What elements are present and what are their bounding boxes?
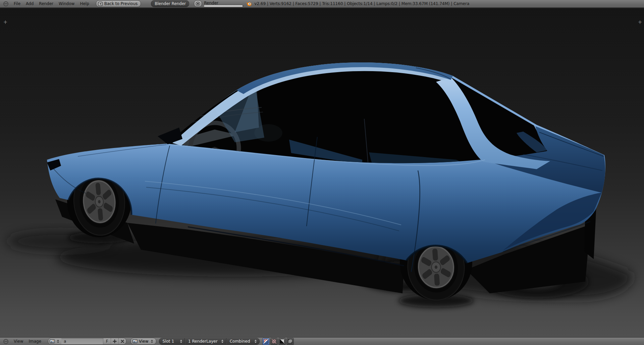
render-job-label: Render <box>204 1 244 5</box>
menu-render[interactable]: Render <box>36 0 56 7</box>
browse-image-button[interactable] <box>48 338 61 344</box>
back-to-previous-button[interactable]: Back to Previous <box>96 0 141 7</box>
render-engine-value: Blender Render <box>151 1 187 7</box>
image-name-field[interactable] <box>61 338 103 344</box>
spinner-arrows <box>254 340 258 343</box>
render-result-selects: Slot 1 1 RenderLayer Combined <box>159 338 260 345</box>
menu-file[interactable]: File <box>11 0 23 7</box>
plus-icon <box>113 339 117 343</box>
image-icon <box>132 339 138 343</box>
fake-user-button[interactable]: F <box>103 338 111 344</box>
expand-region-right-icon[interactable]: + <box>638 20 642 25</box>
back-to-previous-label: Back to Previous <box>104 1 138 6</box>
info-header: File Add Render Window Help Back to Prev… <box>0 0 644 8</box>
back-icon <box>98 2 103 6</box>
menu-image[interactable]: Image <box>26 338 44 345</box>
scene-statistics: v2.69 | Verts:9162 | Faces:5729 | Tris:1… <box>254 1 469 6</box>
spinner-arrows <box>187 2 189 5</box>
view-mode-value: View <box>139 339 148 344</box>
spinner-arrows <box>179 340 183 343</box>
channel-zbuffer-button[interactable] <box>278 338 286 345</box>
alpha-checker-icon <box>272 339 276 344</box>
render-engine-select[interactable]: Blender Render <box>151 0 189 7</box>
color-icon <box>288 339 292 344</box>
editor-type-icon[interactable] <box>3 1 8 6</box>
channel-alpha-button[interactable] <box>270 338 278 345</box>
render-layer-select[interactable]: 1 RenderLayer <box>184 338 226 344</box>
x-circle-icon <box>196 1 200 6</box>
render-progress-bar <box>204 5 244 7</box>
spinner-arrows <box>150 340 154 343</box>
spinner-arrows <box>220 340 225 343</box>
image-icon <box>50 339 55 343</box>
blender-window: File Add Render Window Help Back to Prev… <box>0 0 644 345</box>
menu-view[interactable]: View <box>11 338 26 345</box>
unlink-image-button[interactable] <box>118 338 126 344</box>
slot-select[interactable]: Slot 1 <box>159 338 184 344</box>
rgba-icon <box>264 339 268 344</box>
channel-color-button[interactable] <box>286 338 294 345</box>
render-job-widget: Render <box>194 0 244 7</box>
new-image-button[interactable] <box>111 338 118 344</box>
x-icon <box>120 339 124 343</box>
menu-help[interactable]: Help <box>77 0 92 7</box>
zbuffer-icon <box>280 339 284 344</box>
spinner-arrows <box>56 340 60 343</box>
channel-color-alpha-button[interactable] <box>262 338 270 345</box>
cancel-render-button[interactable] <box>194 0 202 7</box>
blender-logo-icon <box>246 1 252 6</box>
menu-add[interactable]: Add <box>23 0 36 7</box>
display-channel-buttons <box>262 338 294 345</box>
editor-type-icon[interactable] <box>3 339 8 344</box>
image-datablock-widget: F <box>48 338 126 345</box>
expand-region-left-icon[interactable]: + <box>3 20 8 25</box>
render-pass-select[interactable]: Combined <box>226 338 259 344</box>
render-viewport[interactable]: + + <box>0 8 644 337</box>
menu-window[interactable]: Window <box>56 0 77 7</box>
render-scene <box>0 8 644 337</box>
image-editor-header: View Image F <box>0 337 644 345</box>
image-view-mode-select[interactable]: View <box>130 338 156 345</box>
